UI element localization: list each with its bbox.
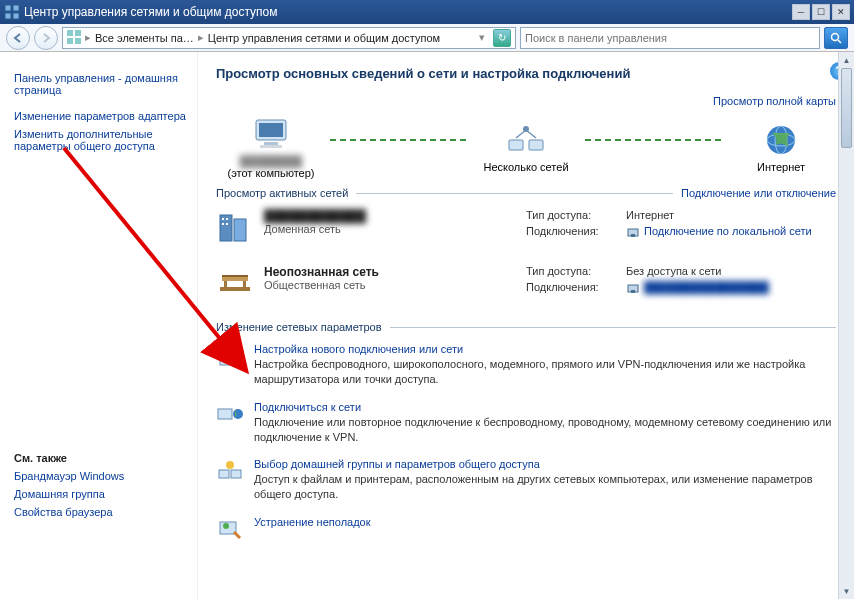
globe-icon <box>761 123 801 157</box>
chevron-right-icon: ▸ <box>198 31 204 44</box>
homegroup-link[interactable]: Выбор домашней группы и параметров общег… <box>254 458 836 470</box>
connect-disconnect-link[interactable]: Подключение или отключение <box>681 187 836 199</box>
svg-rect-7 <box>75 38 81 44</box>
address-bar[interactable]: ▸ Все элементы па… ▸ Центр управления се… <box>62 27 516 49</box>
chevron-right-icon: ▸ <box>85 31 91 44</box>
troubleshoot-item[interactable]: Устранение неполадок <box>216 516 836 544</box>
see-also-header: См. также <box>14 452 187 464</box>
svg-rect-12 <box>264 142 278 145</box>
svg-point-47 <box>223 523 229 529</box>
map-computer: ████████ (этот компьютер) <box>216 117 326 179</box>
main-content: ? Просмотр основных сведений о сети и на… <box>198 52 854 599</box>
scroll-thumb[interactable] <box>841 68 852 148</box>
map-internet: Интернет <box>726 123 836 173</box>
connection-line <box>585 139 722 141</box>
breadcrumb-item[interactable]: Все элементы па… <box>95 32 194 44</box>
forward-button[interactable] <box>34 26 58 50</box>
connect-network-icon <box>216 401 244 429</box>
svg-rect-44 <box>231 470 241 478</box>
access-type-label: Тип доступа: <box>526 265 626 277</box>
map-multi-networks: Несколько сетей <box>471 123 581 173</box>
network-entry-unidentified: Неопознанная сеть Общественная сеть Тип … <box>216 265 836 303</box>
svg-rect-36 <box>631 290 635 293</box>
connection-line <box>330 139 467 141</box>
svg-rect-31 <box>222 277 248 281</box>
maximize-button[interactable]: ☐ <box>812 4 830 20</box>
troubleshoot-icon <box>216 516 244 544</box>
svg-rect-11 <box>259 123 283 137</box>
sidebar-firewall-link[interactable]: Брандмауэр Windows <box>14 470 187 482</box>
svg-rect-43 <box>219 470 229 478</box>
dropdown-icon[interactable]: ▾ <box>479 31 485 44</box>
network-settings-header: Изменение сетевых параметров <box>216 321 382 333</box>
homegroup-icon <box>216 458 244 486</box>
svg-rect-14 <box>509 140 523 150</box>
ethernet-icon <box>626 281 640 295</box>
svg-rect-23 <box>234 219 246 241</box>
divider <box>356 193 673 194</box>
sidebar-home-link[interactable]: Панель управления - домашняя страница <box>14 72 187 96</box>
svg-point-8 <box>832 33 839 40</box>
sidebar-advanced-link[interactable]: Изменить дополнительные параметры общего… <box>14 128 187 152</box>
svg-rect-33 <box>243 281 246 291</box>
breadcrumb-item[interactable]: Центр управления сетями и общим доступом <box>208 32 440 44</box>
titlebar: Центр управления сетями и общим доступом… <box>0 0 854 24</box>
domain-network-icon <box>216 209 254 247</box>
connections-label: Подключения: <box>526 281 626 295</box>
back-button[interactable] <box>6 26 30 50</box>
search-field[interactable] <box>520 27 820 49</box>
homegroup-item[interactable]: Выбор домашней группы и параметров общег… <box>216 458 836 502</box>
sidebar-homegroup-link[interactable]: Домашняя группа <box>14 488 187 500</box>
homegroup-desc: Доступ к файлам и принтерам, расположенн… <box>254 472 836 502</box>
network-name-blurred: ████████████ <box>264 209 366 223</box>
svg-rect-29 <box>631 234 635 237</box>
breadcrumb-icon <box>67 30 81 46</box>
scroll-up-button[interactable]: ▲ <box>839 52 854 68</box>
active-networks-header: Просмотр активных сетей <box>216 187 348 199</box>
window-title: Центр управления сетями и общим доступом <box>24 5 790 19</box>
search-input[interactable] <box>525 32 815 44</box>
connect-network-item[interactable]: Подключиться к сети Подключение или повт… <box>216 401 836 445</box>
sidebar-adapter-link[interactable]: Изменение параметров адаптера <box>14 110 187 122</box>
setup-connection-link[interactable]: Настройка нового подключения или сети <box>254 343 836 355</box>
svg-point-42 <box>233 409 243 419</box>
svg-rect-26 <box>222 223 224 225</box>
access-type-value: Без доступа к сети <box>626 265 721 277</box>
internet-label: Интернет <box>726 161 836 173</box>
setup-connection-icon <box>216 343 244 371</box>
svg-rect-15 <box>529 140 543 150</box>
view-full-map-link[interactable]: Просмотр полной карты <box>713 95 836 107</box>
sidebar: Панель управления - домашняя страница Из… <box>0 52 198 599</box>
computer-name-blurred: ████████ <box>216 155 326 167</box>
search-button[interactable] <box>824 27 848 49</box>
troubleshoot-link[interactable]: Устранение неполадок <box>254 516 371 528</box>
computer-label: (этот компьютер) <box>216 167 326 179</box>
network-icon <box>506 123 546 157</box>
svg-line-9 <box>838 40 841 43</box>
scroll-down-button[interactable]: ▼ <box>839 583 854 599</box>
ethernet-icon <box>626 225 640 239</box>
svg-rect-4 <box>67 30 73 36</box>
sidebar-browser-link[interactable]: Свойства браузера <box>14 506 187 518</box>
navbar: ▸ Все элементы па… ▸ Центр управления се… <box>0 24 854 52</box>
minimize-button[interactable]: ─ <box>792 4 810 20</box>
multi-networks-label: Несколько сетей <box>471 161 581 173</box>
connections-label: Подключения: <box>526 225 626 239</box>
svg-rect-13 <box>260 145 282 148</box>
connection-link[interactable]: Подключение по локальной сети <box>644 225 812 237</box>
svg-rect-32 <box>224 281 227 291</box>
network-type: Общественная сеть <box>264 279 366 291</box>
connect-network-link[interactable]: Подключиться к сети <box>254 401 836 413</box>
public-network-icon <box>216 265 254 303</box>
refresh-button[interactable]: ↻ <box>493 29 511 47</box>
computer-icon <box>251 117 291 151</box>
setup-connection-item[interactable]: Настройка нового подключения или сети На… <box>216 343 836 387</box>
connection-link-blurred[interactable]: ████████████████ <box>644 281 769 293</box>
svg-rect-25 <box>226 218 228 220</box>
app-icon <box>4 4 20 20</box>
scrollbar[interactable]: ▲ ▼ <box>838 52 854 599</box>
close-button[interactable]: ✕ <box>832 4 850 20</box>
divider <box>390 327 836 328</box>
svg-point-45 <box>226 461 234 469</box>
svg-rect-0 <box>5 5 11 11</box>
